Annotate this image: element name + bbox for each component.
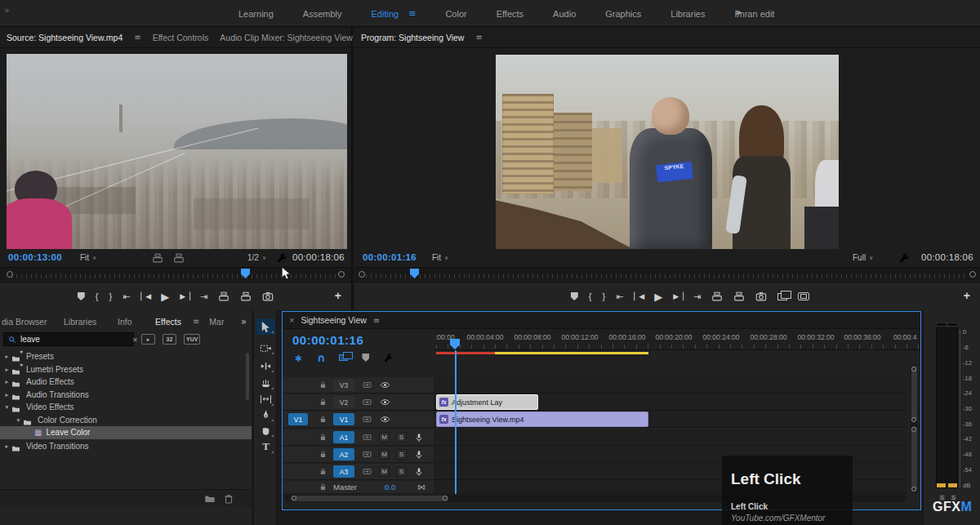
lock-icon[interactable]	[318, 433, 327, 442]
track-header-master[interactable]: Master 0.0 ⋈	[283, 481, 434, 494]
lock-icon[interactable]	[318, 483, 327, 492]
solo-track-button[interactable]: S	[396, 432, 407, 443]
tab-program-monitor[interactable]: Program: Sightseeing View	[361, 33, 464, 45]
close-sequence-icon[interactable]: ×	[289, 315, 294, 325]
clip-sightseeing-view[interactable]: fx Sightseeing View.mp4	[436, 412, 648, 427]
zoom-handle-left[interactable]	[292, 496, 296, 501]
overwrite-button[interactable]	[240, 291, 252, 302]
chevron-right-icon[interactable]: ▸	[3, 353, 11, 360]
tab-source-monitor[interactable]: Source: Sightseeing View.mp4	[7, 33, 122, 45]
timeline-panel-menu-icon[interactable]: ≡	[373, 316, 380, 325]
voice-over-mic-icon[interactable]	[414, 467, 424, 477]
linked-selection-icon[interactable]	[339, 354, 348, 361]
workspace-tab-effects[interactable]: Effects	[497, 9, 523, 19]
tab-effect-controls[interactable]: Effect Controls	[153, 33, 209, 42]
fx-badge-icon[interactable]: fx	[439, 398, 448, 407]
tab-libraries[interactable]: Libraries	[64, 317, 118, 327]
source-add-marker-button[interactable]	[78, 292, 85, 300]
lift-button[interactable]	[711, 291, 723, 302]
track-name-badge-targeted[interactable]: A1	[333, 431, 354, 443]
timeline-add-marker-icon[interactable]	[362, 354, 369, 362]
lock-icon[interactable]	[318, 415, 327, 424]
workspace-tab-audio[interactable]: Audio	[553, 9, 576, 19]
tree-item-color-correction[interactable]: ▾ Color Correction	[0, 414, 252, 427]
track-name-badge[interactable]: V3	[333, 379, 354, 391]
32bit-color-filter-icon[interactable]: 32	[163, 334, 176, 345]
tree-item-audio-effects[interactable]: ▸ Audio Effects	[0, 376, 252, 389]
program-settings-wrench-icon[interactable]	[898, 252, 910, 264]
program-button-editor-button[interactable]: +	[964, 289, 970, 302]
toggle-track-output-eye-icon[interactable]	[380, 380, 390, 390]
source-zoom-handle-right[interactable]	[338, 271, 345, 278]
new-custom-bin-folder-icon[interactable]	[204, 493, 216, 505]
tree-item-leave-color[interactable]: ▦ Leave Color	[0, 426, 252, 439]
program-go-to-out-button[interactable]: ⇥	[693, 292, 701, 301]
tree-item-video-effects[interactable]: ▾ Video Effects	[0, 401, 252, 414]
solo-track-button[interactable]: S	[396, 449, 407, 460]
scroll-handle[interactable]	[911, 367, 916, 372]
lock-icon[interactable]	[318, 380, 327, 389]
source-settings-wrench-icon[interactable]	[276, 252, 287, 264]
hand-tool[interactable]	[256, 422, 275, 438]
source-play-button[interactable]: ▶	[161, 291, 169, 302]
program-mark-out-button[interactable]: }	[602, 292, 605, 301]
track-header-a2[interactable]: A2 M S	[283, 447, 434, 463]
track-name-badge-targeted[interactable]: A2	[333, 448, 354, 460]
program-zoom-handle-left[interactable]	[359, 271, 365, 278]
toggle-track-output-eye-icon[interactable]	[380, 397, 390, 407]
track-name-badge-targeted[interactable]: A3	[333, 465, 354, 478]
source-video-frame[interactable]	[7, 54, 347, 249]
program-step-back-button[interactable]: ▏◀	[634, 293, 644, 300]
tab-markers[interactable]: Mar	[209, 317, 224, 327]
zoom-handle-right[interactable]	[443, 496, 448, 501]
scroll-handle[interactable]	[911, 487, 916, 492]
workspace-overflow-icon[interactable]: »	[735, 6, 742, 18]
tab-sequence-sightseeing-view[interactable]: Sightseeing View	[301, 315, 366, 325]
track-header-a3[interactable]: A3 M S	[283, 464, 434, 480]
source-button-editor-button[interactable]: +	[335, 289, 341, 302]
source-go-to-out-button[interactable]: ⇥	[200, 292, 207, 301]
workspace-tab-color[interactable]: Color	[445, 9, 466, 19]
chevron-down-icon[interactable]: ▾	[15, 416, 22, 424]
source-step-forward-button[interactable]: ▶▕	[180, 293, 189, 300]
program-play-button[interactable]: ▶	[654, 291, 662, 302]
chevron-right-icon[interactable]: ▸	[3, 366, 11, 373]
toggle-track-output-eye-icon[interactable]	[380, 414, 390, 425]
track-name-badge[interactable]: V2	[333, 396, 354, 408]
lock-icon[interactable]	[318, 467, 327, 476]
razor-tool[interactable]	[256, 375, 275, 391]
track-name-badge-targeted[interactable]: V1	[333, 413, 354, 425]
audio-tracks-scroll-thumb[interactable]	[911, 426, 917, 492]
timeline-playhead-timecode[interactable]: 00:00:01:16	[292, 333, 363, 347]
tab-media-browser[interactable]: dia Browser	[2, 317, 64, 327]
workspace-tab-graphics[interactable]: Graphics	[605, 9, 641, 19]
source-scrubber[interactable]	[0, 267, 351, 281]
clip-adjustment-layer[interactable]: fx Adjustment Lay	[436, 394, 538, 410]
snap-magnet-icon[interactable]: ∩	[317, 353, 326, 363]
voice-over-mic-icon[interactable]	[414, 433, 424, 443]
solo-track-button[interactable]: S	[396, 466, 407, 477]
chevron-right-icon[interactable]: ▸	[3, 378, 11, 385]
workspace-tab-editing[interactable]: Editing	[372, 9, 399, 19]
chevron-down-icon[interactable]: ▾	[3, 403, 11, 411]
source-step-back-button[interactable]: ▏◀	[140, 293, 150, 300]
source-panel-menu-icon[interactable]: ≡	[134, 33, 140, 42]
source-resolution-select[interactable]: 1/2 ∨	[247, 253, 266, 262]
source-zoom-handle-left[interactable]	[7, 271, 13, 278]
workspace-tab-assembly[interactable]: Assembly	[303, 9, 342, 19]
program-zoom-handle-right[interactable]	[969, 271, 976, 278]
workspace-menu-icon[interactable]: ≡	[408, 8, 416, 19]
mute-track-button[interactable]: M	[379, 449, 390, 460]
yuv-filter-icon[interactable]: YUV	[184, 334, 200, 345]
program-go-to-in-button[interactable]: ⇤	[616, 292, 623, 301]
comparison-view-button[interactable]	[777, 293, 787, 300]
tree-item-presets[interactable]: ▸ ★ Presets	[0, 350, 252, 363]
effects-panel-overflow-icon[interactable]: »	[241, 316, 247, 327]
program-step-forward-button[interactable]: ▶▕	[673, 293, 683, 300]
workspace-tab-libraries[interactable]: Libraries	[670, 9, 705, 19]
track-header-v1[interactable]: V1 V1	[283, 412, 434, 428]
program-panel-menu-icon[interactable]: ≡	[475, 33, 482, 42]
source-zoom-select[interactable]: Fit ∨	[80, 253, 96, 262]
chevron-right-icon[interactable]: ▸	[3, 391, 11, 398]
effects-panel-menu-icon[interactable]: ≡	[193, 317, 199, 326]
